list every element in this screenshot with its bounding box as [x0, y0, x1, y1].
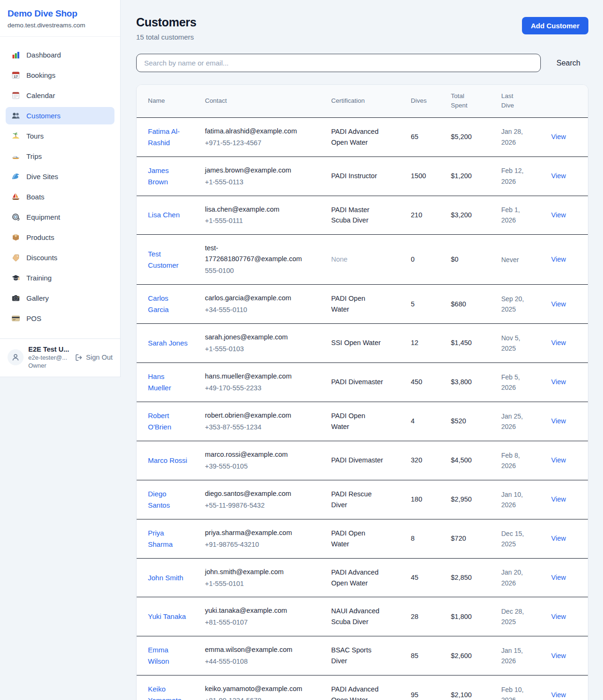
total-spent-cell: $4,500	[451, 441, 501, 480]
view-link[interactable]: View	[551, 133, 566, 140]
action-cell: View	[551, 636, 588, 675]
name-cell: James Brown	[137, 156, 205, 196]
action-cell: View	[551, 675, 588, 700]
customer-name-link[interactable]: John Smith	[148, 572, 183, 584]
dives-cell: 4	[411, 402, 451, 441]
action-cell: View	[551, 519, 588, 558]
sidebar-item-customers[interactable]: Customers	[6, 107, 114, 124]
customer-name-link[interactable]: James Brown	[148, 165, 189, 188]
view-link[interactable]: View	[551, 495, 566, 503]
name-cell: Emma Wilson	[137, 636, 205, 675]
table-row: Lisa Chenlisa.chen@example.com+1-555-011…	[137, 196, 588, 235]
sidebar-item-pos[interactable]: POS	[6, 310, 114, 327]
view-link[interactable]: View	[551, 456, 566, 464]
sign-out-button[interactable]: Sign Out	[75, 354, 113, 362]
view-link[interactable]: View	[551, 652, 566, 659]
total-spent-cell: $5,200	[451, 117, 501, 156]
customer-name-link[interactable]: Priya Sharma	[148, 527, 189, 550]
certification-cell: PADI Open Water	[331, 402, 411, 441]
action-cell: View	[551, 402, 588, 441]
customer-email: diego.santos@example.com	[205, 488, 305, 499]
customer-phone: +44-555-0108	[205, 656, 305, 667]
calendar-date-icon: 17	[11, 71, 20, 80]
customer-email: sarah.jones@example.com	[205, 332, 305, 343]
dives-cell: 0	[411, 235, 451, 285]
customer-name-link[interactable]: Yuki Tanaka	[148, 611, 186, 622]
customer-name-link[interactable]: Hans Mueller	[148, 371, 189, 394]
customer-phone: +971-55-123-4567	[205, 138, 305, 148]
view-link[interactable]: View	[551, 574, 566, 581]
customer-name-link[interactable]: Marco Rossi	[148, 455, 187, 466]
certification: None	[331, 254, 384, 265]
customer-name-link[interactable]: Robert O'Brien	[148, 410, 189, 433]
table-row: Hans Muellerhans.mueller@example.com+49-…	[137, 362, 588, 402]
sidebar-item-gallery[interactable]: Gallery	[6, 289, 114, 307]
certification: PADI Divemaster	[331, 455, 384, 466]
customer-phone: +39-555-0105	[205, 461, 305, 472]
name-cell: John Smith	[137, 558, 205, 597]
sidebar-item-tours[interactable]: Tours	[6, 127, 114, 145]
dives-cell: 8	[411, 519, 451, 558]
action-cell: View	[551, 324, 588, 363]
customers-table: NameContactCertificationDivesTotalSpentL…	[137, 85, 588, 700]
sidebar-item-bookings[interactable]: 17Bookings	[6, 66, 114, 84]
column-header-name: Name	[137, 85, 205, 117]
customer-phone: +34-555-0110	[205, 305, 305, 315]
customer-name-link[interactable]: Keiko Yamamoto	[148, 684, 189, 700]
view-link[interactable]: View	[551, 535, 566, 542]
customer-name-link[interactable]: Carlos Garcia	[148, 293, 189, 315]
sidebar-item-dashboard[interactable]: Dashboard	[6, 46, 114, 64]
customer-phone: +91-98765-43210	[205, 539, 305, 550]
total-spent-cell: $1,450	[451, 324, 501, 363]
sidebar-item-label: Customers	[26, 112, 61, 120]
view-link[interactable]: View	[551, 378, 566, 386]
contact-cell: emma.wilson@example.com+44-555-0108	[205, 636, 331, 675]
contact-cell: priya.sharma@example.com+91-98765-43210	[205, 519, 331, 558]
certification-cell: PADI Open Water	[331, 285, 411, 324]
last-dive-cell: Jan 15, 2026	[501, 636, 551, 675]
view-link[interactable]: View	[551, 691, 566, 699]
customer-name-link[interactable]: Fatima Al-Rashid	[148, 126, 189, 148]
view-link[interactable]: View	[551, 613, 566, 620]
view-link[interactable]: View	[551, 339, 566, 346]
calendar-icon	[11, 91, 20, 100]
view-link[interactable]: View	[551, 255, 566, 263]
sidebar-item-equipment[interactable]: Equipment	[6, 208, 114, 226]
sidebar-item-trips[interactable]: Trips	[6, 148, 114, 165]
sidebar-item-boats[interactable]: Boats	[6, 188, 114, 206]
last-dive-cell: Dec 28, 2025	[501, 597, 551, 636]
certification: PADI Open Water	[331, 528, 384, 550]
customer-phone: +81-555-0107	[205, 617, 305, 628]
sidebar-item-discounts[interactable]: Discounts	[6, 249, 114, 266]
customer-name-link[interactable]: Test Customer	[148, 248, 189, 271]
contact-cell: keiko.yamamoto@example.com+81-90-1234-56…	[205, 675, 331, 700]
total-spent-cell: $720	[451, 519, 501, 558]
sidebar-item-products[interactable]: Products	[6, 229, 114, 246]
certification-cell: NAUI Advanced Scuba Diver	[331, 597, 411, 636]
dives-cell: 450	[411, 362, 451, 402]
customer-name-link[interactable]: Diego Santos	[148, 488, 189, 511]
add-customer-button[interactable]: Add Customer	[522, 17, 588, 34]
search-input[interactable]	[136, 54, 541, 72]
customer-phone: +49-170-555-2233	[205, 383, 305, 394]
search-button[interactable]: Search	[548, 55, 588, 71]
sidebar-item-label: Dive Sites	[26, 173, 58, 181]
page-title-block: Customers 15 total customers	[136, 16, 196, 41]
view-link[interactable]: View	[551, 300, 566, 308]
customer-name-link[interactable]: Emma Wilson	[148, 644, 189, 667]
customer-name-link[interactable]: Sarah Jones	[148, 338, 187, 349]
view-link[interactable]: View	[551, 417, 566, 425]
shop-name: Demo Dive Shop	[8, 8, 113, 19]
total-spent-cell: $520	[451, 402, 501, 441]
table-row: Marco Rossimarco.rossi@example.com+39-55…	[137, 441, 588, 480]
customer-name-link[interactable]: Lisa Chen	[148, 209, 180, 221]
action-cell: View	[551, 196, 588, 235]
contact-cell: lisa.chen@example.com+1-555-0111	[205, 196, 331, 235]
certification: PADI Advanced Open Water	[331, 126, 384, 148]
view-link[interactable]: View	[551, 211, 566, 219]
sidebar-item-calendar[interactable]: Calendar	[6, 87, 114, 104]
view-link[interactable]: View	[551, 172, 566, 180]
user-meta: E2E Test U... e2e-tester@... Owner	[28, 346, 69, 369]
sidebar-item-dive-sites[interactable]: Dive Sites	[6, 168, 114, 185]
sidebar-item-training[interactable]: Training	[6, 269, 114, 287]
